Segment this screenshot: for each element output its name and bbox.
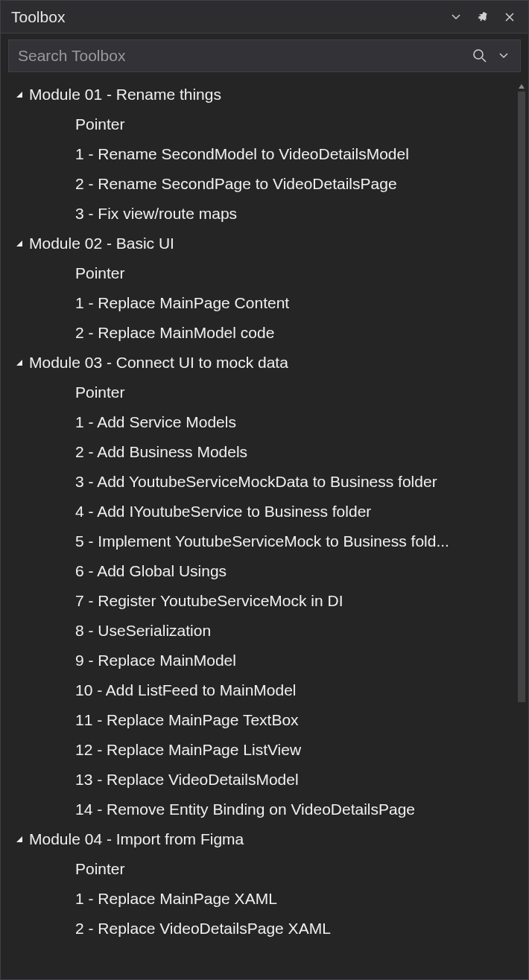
toolbox-item-label: 5 - Implement YoutubeServiceMock to Busi… <box>75 532 449 550</box>
chevron-down-icon <box>498 51 509 61</box>
toolbox-item-label: 12 - Replace MainPage ListView <box>75 741 301 759</box>
toolbox-item[interactable]: 7 - Register YoutubeServiceMock in DI <box>1 586 528 616</box>
search-icon <box>472 48 487 63</box>
module-header[interactable]: Module 04 - Import from Figma <box>1 824 528 854</box>
window-position-button[interactable] <box>445 6 467 28</box>
toolbox-panel: Toolbox <box>0 0 529 980</box>
search-button[interactable] <box>469 45 490 66</box>
toolbox-item[interactable]: 13 - Replace VideoDetailsModel <box>1 765 528 795</box>
toolbox-item-label: 1 - Add Service Models <box>75 413 236 431</box>
module-header[interactable]: Module 03 - Connect UI to mock data <box>1 348 528 378</box>
pin-icon <box>477 11 489 23</box>
toolbox-item[interactable]: 1 - Rename SecondModel to VideoDetailsMo… <box>1 139 528 169</box>
chevron-down-icon <box>451 12 461 22</box>
toolbox-item[interactable]: 2 - Rename SecondPage to VideoDetailsPag… <box>1 169 528 199</box>
toolbox-item[interactable]: Pointer <box>1 378 528 407</box>
toolbox-item-label: 10 - Add ListFeed to MainModel <box>75 681 297 699</box>
toolbox-item-label: 1 - Replace MainPage Content <box>75 294 289 312</box>
toolbox-item-label: 11 - Replace MainPage TextBox <box>75 711 299 729</box>
toolbox-item-label: 1 - Replace MainPage XAML <box>75 890 277 908</box>
toolbox-item-label: 14 - Remove Entity Binding on VideoDetai… <box>75 801 415 818</box>
expand-toggle-icon <box>14 238 25 249</box>
expand-toggle-icon <box>14 834 25 844</box>
toolbox-item[interactable]: 1 - Replace MainPage Content <box>1 288 528 318</box>
pin-button[interactable] <box>472 6 494 28</box>
toolbox-item[interactable]: 1 - Replace MainPage XAML <box>1 884 528 914</box>
toolbox-item[interactable]: 6 - Add Global Usings <box>1 556 528 586</box>
toolbox-item-label: 2 - Add Business Models <box>75 443 247 461</box>
search-options-button[interactable] <box>493 45 514 66</box>
toolbox-item[interactable]: 10 - Add ListFeed to MainModel <box>1 675 528 705</box>
toolbox-item-label: Pointer <box>75 115 125 133</box>
scrollbar-thumb[interactable] <box>518 92 525 702</box>
module-header[interactable]: Module 02 - Basic UI <box>1 229 528 258</box>
titlebar: Toolbox <box>1 1 528 34</box>
close-button[interactable] <box>498 6 521 28</box>
toolbox-item-label: 6 - Add Global Usings <box>75 562 227 580</box>
triangle-up-icon <box>518 83 525 90</box>
svg-point-0 <box>474 50 483 59</box>
toolbox-item-label: 7 - Register YoutubeServiceMock in DI <box>75 592 343 610</box>
scroll-up-arrow[interactable] <box>516 81 527 92</box>
toolbox-item[interactable]: 8 - UseSerialization <box>1 616 528 646</box>
module-label: Module 02 - Basic UI <box>29 235 174 252</box>
toolbox-item[interactable]: 3 - Add YoutubeServiceMockData to Busine… <box>1 467 528 497</box>
toolbox-item[interactable]: Pointer <box>1 109 528 139</box>
search-bar <box>8 39 521 72</box>
toolbox-item[interactable]: 2 - Add Business Models <box>1 437 528 467</box>
toolbox-item-label: 3 - Fix view/route maps <box>75 205 237 223</box>
toolbox-item-label: Pointer <box>75 860 125 878</box>
panel-title: Toolbox <box>11 8 440 26</box>
toolbox-item[interactable]: 2 - Replace MainModel code <box>1 318 528 348</box>
toolbox-item-label: 2 - Replace MainModel code <box>75 324 274 342</box>
module-label: Module 03 - Connect UI to mock data <box>29 354 288 372</box>
toolbox-item[interactable]: 1 - Add Service Models <box>1 407 528 437</box>
toolbox-item[interactable]: 11 - Replace MainPage TextBox <box>1 705 528 735</box>
tree-container: Module 01 - Rename thingsPointer1 - Rena… <box>1 77 528 979</box>
toolbox-item[interactable]: 9 - Replace MainModel <box>1 646 528 675</box>
toolbox-item[interactable]: 5 - Implement YoutubeServiceMock to Busi… <box>1 526 528 556</box>
toolbox-item-label: 13 - Replace VideoDetailsModel <box>75 771 299 789</box>
toolbox-item[interactable]: 12 - Replace MainPage ListView <box>1 735 528 765</box>
vertical-scrollbar[interactable] <box>516 81 527 975</box>
module-label: Module 01 - Rename things <box>29 86 221 104</box>
svg-line-1 <box>482 58 486 62</box>
toolbox-item-label: 4 - Add IYoutubeService to Business fold… <box>75 503 371 521</box>
expand-toggle-icon <box>14 357 25 368</box>
toolbox-item[interactable]: 14 - Remove Entity Binding on VideoDetai… <box>1 795 528 824</box>
toolbox-item[interactable]: 3 - Fix view/route maps <box>1 199 528 229</box>
toolbox-item-label: 8 - UseSerialization <box>75 622 211 640</box>
toolbox-item[interactable]: Pointer <box>1 258 528 288</box>
toolbox-tree: Module 01 - Rename thingsPointer1 - Rena… <box>1 77 528 946</box>
toolbox-item-label: 9 - Replace MainModel <box>75 652 236 669</box>
toolbox-item-label: 2 - Replace VideoDetailsPage XAML <box>75 920 331 938</box>
expand-toggle-icon <box>14 89 25 100</box>
scrollbar-track[interactable] <box>516 92 527 964</box>
module-label: Module 04 - Import from Figma <box>29 830 244 848</box>
toolbox-item-label: Pointer <box>75 384 125 401</box>
toolbox-item[interactable]: Pointer <box>1 854 528 884</box>
toolbox-item-label: 1 - Rename SecondModel to VideoDetailsMo… <box>75 145 409 163</box>
toolbox-item-label: Pointer <box>75 264 125 282</box>
toolbox-item[interactable]: 2 - Replace VideoDetailsPage XAML <box>1 914 528 944</box>
toolbox-item[interactable]: 4 - Add IYoutubeService to Business fold… <box>1 497 528 526</box>
close-icon <box>504 12 515 22</box>
toolbox-item-label: 2 - Rename SecondPage to VideoDetailsPag… <box>75 175 397 193</box>
toolbox-item-label: 3 - Add YoutubeServiceMockData to Busine… <box>75 473 437 491</box>
search-input[interactable] <box>18 47 466 65</box>
module-header[interactable]: Module 01 - Rename things <box>1 80 528 109</box>
